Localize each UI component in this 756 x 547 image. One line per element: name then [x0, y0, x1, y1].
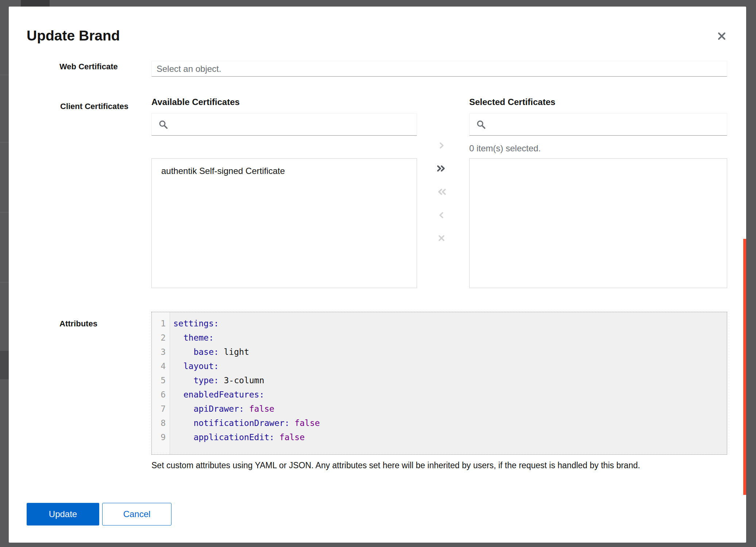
available-certificates-search	[151, 113, 417, 136]
code-lines: 1settings:2 theme:3 base: light4 layout:…	[152, 317, 727, 445]
web-certificate-placeholder: Select an object.	[157, 64, 221, 74]
code-line: 6 enabledFeatures:	[152, 388, 727, 402]
code-line: 9 applicationEdit: false	[152, 430, 727, 445]
available-certificates-search-input[interactable]	[173, 117, 410, 132]
background-artifact	[0, 282, 9, 283]
modal-scrollbar-thumb[interactable]	[743, 239, 746, 495]
double-chevron-right-icon	[436, 164, 447, 173]
available-certificates-list[interactable]: authentik Self-signed Certificate	[151, 158, 417, 288]
available-certificates-header: Available Certificates	[151, 97, 240, 107]
web-certificate-select[interactable]: Select an object.	[151, 61, 727, 77]
attributes-code-editor[interactable]: 1settings:2 theme:3 base: light4 layout:…	[151, 312, 727, 455]
close-icon	[716, 31, 727, 42]
selected-count-status: 0 item(s) selected.	[469, 143, 541, 154]
clear-selected-button[interactable]	[434, 231, 449, 245]
background-artifact	[21, 0, 50, 7]
search-icon	[158, 120, 168, 129]
selected-certificates-search-input[interactable]	[491, 117, 720, 132]
code-line: 3 base: light	[152, 345, 727, 359]
update-brand-modal: Update Brand Web Certificate Select an o…	[9, 7, 746, 543]
code-line: 8 notificationDrawer: false	[152, 416, 727, 430]
background-artifact	[0, 351, 9, 379]
move-all-right-button[interactable]	[434, 161, 449, 176]
code-line: 7 apiDrawer: false	[152, 402, 727, 416]
web-certificate-label: Web Certificate	[59, 62, 118, 71]
move-selected-right-button[interactable]	[434, 138, 449, 153]
selected-certificates-list[interactable]	[469, 158, 727, 288]
code-line: 4 layout:	[152, 359, 727, 373]
cancel-button[interactable]: Cancel	[102, 503, 171, 525]
background-artifact	[0, 212, 9, 213]
code-line: 1settings:	[152, 317, 727, 331]
update-button[interactable]: Update	[27, 503, 99, 525]
move-selected-left-button[interactable]	[434, 208, 449, 222]
code-line: 5 type: 3-column	[152, 373, 727, 388]
client-certificates-label: Client Certificates	[60, 102, 128, 111]
selected-certificates-header: Selected Certificates	[469, 97, 555, 107]
code-line: 2 theme:	[152, 331, 727, 345]
double-chevron-left-icon	[436, 187, 447, 197]
times-icon	[437, 233, 446, 243]
modal-title: Update Brand	[27, 28, 120, 44]
search-icon	[476, 120, 486, 129]
attributes-label: Attributes	[59, 319, 97, 329]
background-artifact	[0, 142, 9, 143]
selected-certificates-search	[469, 113, 727, 136]
chevron-right-icon	[437, 141, 446, 150]
chevron-left-icon	[437, 210, 446, 220]
attributes-help-text: Set custom attributes using YAML or JSON…	[151, 460, 721, 470]
close-button[interactable]	[712, 27, 731, 46]
background-artifact	[0, 75, 9, 75]
move-all-left-button[interactable]	[434, 185, 449, 199]
certificate-option[interactable]: authentik Self-signed Certificate	[152, 159, 417, 183]
